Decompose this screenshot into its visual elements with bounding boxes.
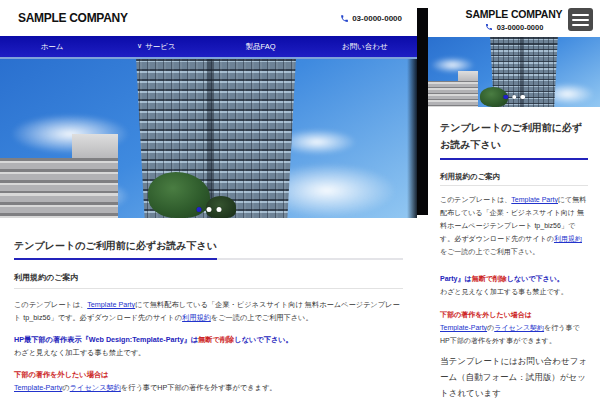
text: をご一読の上でご利用下さい。 [211,313,313,322]
desktop-preview: SAMPLE COMPANY 03-0000-0000 ホーム ∨ サービス 製… [0,0,417,403]
phone-number: 03-0000-0000 [497,23,544,32]
chevron-down-icon: ∨ [137,42,142,49]
copyright-notice-paragraph: HP最下部の著作表示『Web Design:Template-Party』は無断… [14,333,403,359]
license-paragraph: 下部の著作を外したい場合は Template-Partyのライセンス契約を行う事… [440,308,588,347]
notice-line: HP最下部の著作表示『Web Design:Template-Party』は無断… [14,335,293,344]
template-party-link[interactable]: Template-Party [14,383,62,392]
text: をご一読の上でご利用下さい。 [440,248,539,255]
warning-text: 無断で削除 [472,275,507,282]
hamburger-bar [572,19,589,21]
text: このテンプレートは、 [14,300,87,309]
license-agreement-link[interactable]: ライセンス契約 [70,383,121,392]
terms-of-use-link[interactable]: 利用規約 [182,313,211,322]
hamburger-menu-icon[interactable] [568,8,593,31]
template-party-link[interactable]: Template-Party [440,324,487,331]
nav-label: サービス [145,42,176,52]
nav-label: ホーム [41,42,64,52]
mobile-header: SAMPLE COMPANY 03-0000-0000 [428,0,600,32]
nav-label: 製品FAQ [246,42,276,52]
hero-right-shadow [407,59,417,218]
nav-item-home[interactable]: ホーム [0,36,104,57]
building-low-rise [428,81,478,107]
text: このテンプレートは、 [440,196,511,203]
mobile-preview: SAMPLE COMPANY 03-0000-0000 [428,0,600,403]
notice-line: Party』は無断で削除しないで下さい。 [440,275,564,282]
license-heading: 下部の著作を外したい場合は [440,311,532,318]
warning-text: 無断で削除 [198,335,234,344]
carousel-dots [196,207,221,212]
section-subtitle: 利用規約のご案内 [440,172,588,186]
carousel-dot[interactable] [512,95,517,100]
phone-icon [340,14,349,23]
building-low-rise [0,158,118,218]
carousel-dot[interactable] [216,207,221,212]
desktop-navbar: ホーム ∨ サービス 製品FAQ お問い合わせ [0,36,417,59]
hamburger-bar [572,14,589,16]
carousel-dot-active[interactable] [196,207,201,212]
page-title: テンプレートのご利用前に必ずお読み下さい [440,119,588,160]
text: しないで下さい。 [507,275,564,282]
carousel-dot[interactable] [520,95,525,100]
text: しないで下さい。 [234,335,293,344]
hero-carousel [0,59,417,218]
text: わざと見えなく加工する事も禁止です。 [440,288,568,295]
hamburger-bar [572,24,589,26]
nav-item-service[interactable]: ∨ サービス [104,36,208,57]
mobile-main-content: テンプレートのご利用前に必ずお読み下さい 利用規約のご案内 このテンプレートは、… [428,119,600,401]
phone-frame-edge [417,8,428,215]
text: HP最下部の著作表示『Web Design:Template-Party』は [14,335,198,344]
text: Party』は [440,275,472,282]
nav-label: お問い合わせ [342,42,388,52]
header-phone: 03-0000-0000 [340,14,402,23]
terms-paragraph: このテンプレートは、Template Partyにて無料配布している「企業・ビジ… [440,193,588,258]
text: を行う事でHP下部の著作を外す事ができます。 [121,383,277,392]
terms-paragraph: このテンプレートは、Template Partyにて無料配布している「企業・ビジ… [14,298,403,324]
section-subtitle: 利用規約のご案内 [14,273,403,289]
desktop-header: SAMPLE COMPANY 03-0000-0000 [0,0,417,36]
nav-item-contact[interactable]: お問い合わせ [313,36,417,57]
template-party-link[interactable]: Template Party [87,300,135,309]
template-preview-page: SAMPLE COMPANY 03-0000-0000 ホーム ∨ サービス 製… [0,0,600,403]
license-heading: 下部の著作を外したい場合は [14,370,108,379]
text: の [62,383,69,392]
page-title: テンプレートのご利用前に必ずお読み下さい [14,238,403,260]
phone-number: 03-0000-0000 [352,14,402,23]
license-agreement-link[interactable]: ライセンス契約 [494,324,544,331]
license-paragraph: 下部の著作を外したい場合は Template-Partyのライセンス契約を行う事… [14,368,403,394]
terms-of-use-link[interactable]: 利用規約 [554,235,582,242]
hero-carousel [428,37,600,107]
carousel-dot-active[interactable] [503,95,508,100]
copyright-notice-paragraph: Party』は無断で削除しないで下さい。 わざと見えなく加工する事も禁止です。 [440,272,588,298]
carousel-dot[interactable] [206,207,211,212]
contact-form-callout: 当テンプレートにはお問い合わせフォーム（自動フォーム：試用版）がセットされていま… [440,353,588,401]
desktop-main-content: テンプレートのご利用前に必ずお読み下さい 利用規約のご案内 このテンプレートは、… [0,218,417,394]
text: わざと見えなく加工する事も禁止です。 [14,348,145,357]
company-logo: SAMPLE COMPANY [18,11,128,25]
phone-icon [485,23,494,32]
building-low-rise [72,134,118,160]
nav-item-faq[interactable]: 製品FAQ [209,36,313,57]
carousel-dots [503,95,525,100]
template-party-link[interactable]: Template Party [511,196,558,203]
